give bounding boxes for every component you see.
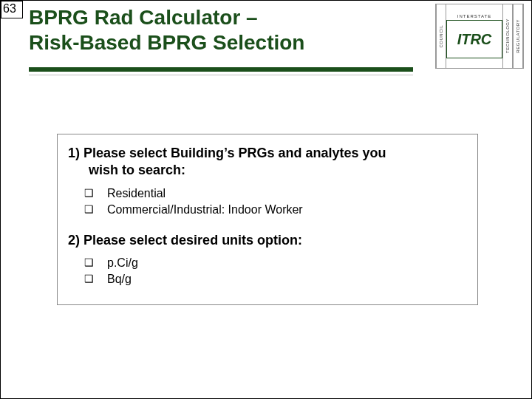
title-line-1: BPRG Rad Calculator – bbox=[29, 6, 258, 29]
checkbox-icon: ❑ bbox=[84, 255, 94, 270]
title-rule-thin bbox=[29, 75, 413, 75]
section1-option-commercial[interactable]: ❑ Commercial/Industrial: Indoor Worker bbox=[84, 202, 467, 218]
itrc-logo-block: COUNCIL INTERSTATE ITRC TECHNOLOGY REGUL… bbox=[435, 4, 524, 69]
itrc-logo: ITRC bbox=[446, 20, 502, 58]
option-label: p.Ci/g bbox=[107, 255, 138, 271]
checkbox-icon: ❑ bbox=[84, 202, 94, 217]
checkbox-icon: ❑ bbox=[84, 271, 94, 287]
itrc-center: INTERSTATE ITRC bbox=[446, 4, 502, 68]
checkbox-icon: ❑ bbox=[84, 185, 94, 201]
option-label: Bq/g bbox=[107, 271, 132, 287]
itrc-top-label: INTERSTATE bbox=[457, 14, 491, 18]
option-label: Commercial/Industrial: Indoor Worker bbox=[107, 202, 303, 218]
section1-heading-line2: wish to search: bbox=[68, 162, 467, 179]
itrc-right-bottom-label: REGULATORY bbox=[513, 4, 523, 68]
page-number: 63 bbox=[1, 1, 23, 18]
title-rule-thick bbox=[29, 67, 413, 72]
section2-option-bqg[interactable]: ❑ Bq/g bbox=[84, 271, 467, 287]
section1-heading: 1) Please select Building’s PRGs and ana… bbox=[68, 145, 467, 180]
title-line-2: Risk-Based BPRG Selection bbox=[29, 31, 304, 54]
slide-frame: 63 BPRG Rad Calculator – Risk-Based BPRG… bbox=[0, 0, 532, 399]
itrc-left-label: COUNCIL bbox=[436, 4, 446, 68]
section1-option-residential[interactable]: ❑ Residential bbox=[84, 185, 467, 202]
option-label: Residential bbox=[107, 185, 166, 202]
content-box: 1) Please select Building’s PRGs and ana… bbox=[57, 134, 478, 305]
section2-option-pcig[interactable]: ❑ p.Ci/g bbox=[84, 255, 467, 271]
section2-heading: 2) Please select desired units option: bbox=[68, 232, 467, 249]
slide-title: BPRG Rad Calculator – Risk-Based BPRG Se… bbox=[29, 5, 428, 55]
section1-heading-line1: 1) Please select Building’s PRGs and ana… bbox=[68, 146, 386, 160]
itrc-right-top-label: TECHNOLOGY bbox=[502, 4, 513, 68]
section2-options: ❑ p.Ci/g ❑ Bq/g bbox=[68, 255, 467, 288]
section1-options: ❑ Residential ❑ Commercial/Industrial: I… bbox=[68, 185, 467, 219]
